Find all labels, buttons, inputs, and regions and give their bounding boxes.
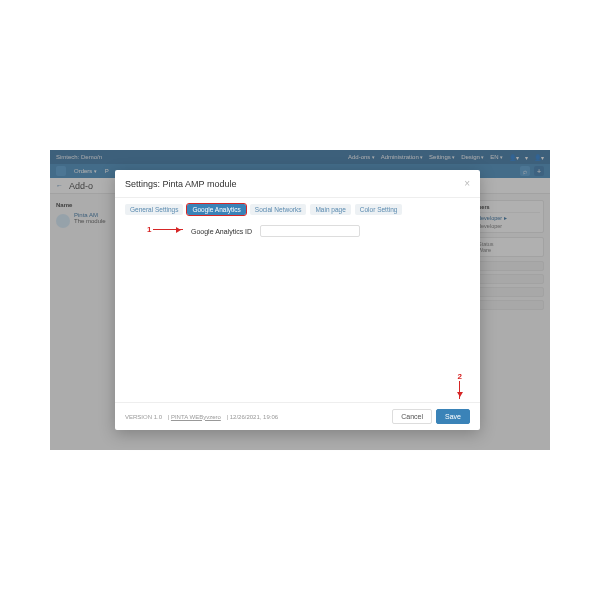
- version-text: VERSION 1.0: [125, 414, 162, 420]
- vendor-link[interactable]: PINTA WEByvzero: [171, 414, 221, 420]
- modal-body: 1 Google Analytics ID 2: [115, 217, 480, 402]
- arrow-down-icon: [459, 381, 460, 399]
- annotation-1: 1: [147, 225, 183, 234]
- modal-footer: VERSION 1.0 | PINTA WEByvzero | 12/26/20…: [115, 402, 480, 430]
- ga-id-field: Google Analytics ID: [191, 225, 456, 237]
- ga-id-label: Google Analytics ID: [191, 228, 252, 235]
- arrow-icon: [153, 229, 183, 230]
- save-button[interactable]: Save: [436, 409, 470, 424]
- modal-tabs: General Settings Google Analytics Social…: [115, 198, 480, 217]
- tab-social[interactable]: Social Networks: [250, 204, 307, 215]
- tab-color[interactable]: Color Setting: [355, 204, 403, 215]
- ga-id-input[interactable]: [260, 225, 360, 237]
- modal-header: Settings: Pinta AMP module ×: [115, 170, 480, 198]
- tab-general[interactable]: General Settings: [125, 204, 183, 215]
- tab-main-page[interactable]: Main page: [310, 204, 350, 215]
- annotation-1-num: 1: [147, 225, 151, 234]
- tab-google-analytics[interactable]: Google Analytics: [187, 204, 245, 215]
- annotation-2: 2: [458, 372, 462, 399]
- settings-modal: Settings: Pinta AMP module × General Set…: [115, 170, 480, 430]
- annotation-2-num: 2: [458, 372, 462, 381]
- footer-date: 12/26/2021, 19:06: [230, 414, 278, 420]
- modal-title: Settings: Pinta AMP module: [125, 179, 236, 189]
- close-icon[interactable]: ×: [464, 178, 470, 189]
- cancel-button[interactable]: Cancel: [392, 409, 432, 424]
- modal-meta: VERSION 1.0 | PINTA WEByvzero | 12/26/20…: [125, 414, 282, 420]
